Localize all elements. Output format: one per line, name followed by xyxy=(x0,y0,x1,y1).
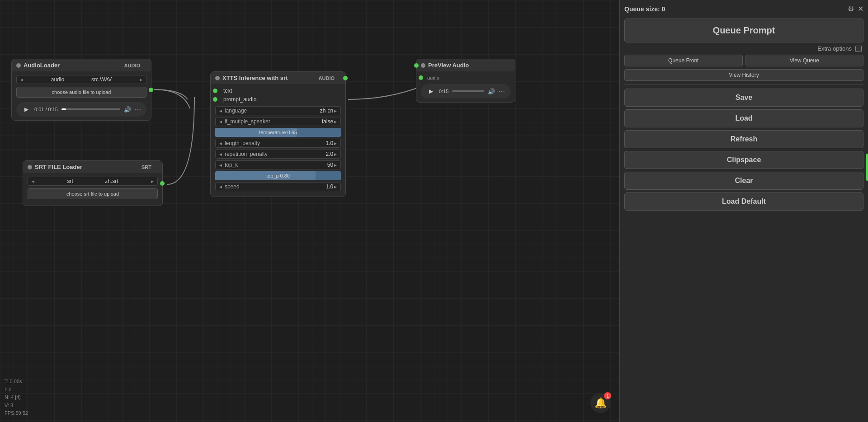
xtts-language-left-arrow[interactable]: ◄ xyxy=(218,108,223,113)
extra-options-checkbox[interactable] xyxy=(855,46,862,52)
xtts-language-control[interactable]: ◄ language zh-cn ► xyxy=(215,106,341,115)
preview-dot xyxy=(421,63,425,68)
preview-body: audio ▶ 0:15 🔊 ⋯ xyxy=(416,71,515,102)
srt-loader-title: SRT FILE Loader xyxy=(35,164,82,170)
preview-audio-player: ▶ 0:15 🔊 ⋯ xyxy=(421,84,510,98)
notification-badge[interactable]: 🔔 1 xyxy=(590,393,610,413)
view-history-btn[interactable]: View History xyxy=(624,69,863,81)
canvas[interactable]: AudioLoader AUDIO ◄ audio src.WAV ► choo… xyxy=(0,0,619,422)
view-queue-btn[interactable]: View Queue xyxy=(745,55,864,66)
preview-input-connector xyxy=(414,63,419,68)
srt-loader-node: SRT FILE Loader SRT ◄ srt zh.srt ► choos… xyxy=(23,160,163,206)
xtts-text-input-row: text xyxy=(215,88,341,94)
xtts-repetition-name: repetition_penalty xyxy=(223,151,326,157)
notification-count: 1 xyxy=(604,392,611,399)
preview-progress-bar[interactable] xyxy=(452,90,484,92)
srt-upload-btn[interactable]: choose srt file to upload xyxy=(28,188,158,199)
preview-volume-icon[interactable]: 🔊 xyxy=(488,88,495,95)
clipspace-btn[interactable]: Clipspace xyxy=(624,151,863,169)
audio-play-btn[interactable]: ▶ xyxy=(22,105,31,114)
xtts-prompt-input-row: prompt_audio xyxy=(215,96,341,103)
xtts-temperature-slider[interactable]: temperature 0.65 xyxy=(215,128,341,137)
preview-node: PreView Audio audio ▶ 0:15 🔊 ⋯ xyxy=(416,59,515,103)
srt-select-value: srt xyxy=(67,178,73,184)
audio-select-left-arrow[interactable]: ◄ xyxy=(19,77,24,82)
save-btn[interactable]: Save xyxy=(624,89,863,107)
audio-volume-icon[interactable]: 🔊 xyxy=(124,106,131,113)
audio-upload-btn[interactable]: choose audio file to upload xyxy=(16,87,146,98)
queue-size-value: 0 xyxy=(661,5,665,13)
queue-size-label: Queue size: 0 xyxy=(624,5,665,13)
audio-progress-bar[interactable] xyxy=(61,108,120,110)
extra-options-row: Extra options xyxy=(624,45,863,52)
status-i: I: 0 xyxy=(5,386,28,394)
xtts-topk-right-arrow[interactable]: ► xyxy=(333,163,338,168)
xtts-topk-control[interactable]: ◄ top_k 50 ► xyxy=(215,160,341,169)
extra-options-label: Extra options xyxy=(817,45,852,52)
xtts-topk-name: top_k xyxy=(223,162,327,168)
srt-select-left-arrow[interactable]: ◄ xyxy=(31,179,35,184)
xtts-topk-left-arrow[interactable]: ◄ xyxy=(218,163,223,168)
xtts-speaker-control[interactable]: ◄ if_mutiple_speaker false ► xyxy=(215,117,341,126)
xtts-speaker-value: false xyxy=(322,118,333,125)
sidebar-header: Queue size: 0 ⚙ ✕ xyxy=(624,5,863,13)
small-btns-row: Queue Front View Queue xyxy=(624,55,863,66)
xtts-speaker-right-arrow[interactable]: ► xyxy=(333,119,338,124)
xtts-topp-label: top_p 0.80 xyxy=(218,173,338,178)
preview-title: PreView Audio xyxy=(428,62,469,69)
xtts-body: text prompt_audio ◄ language zh-cn ► ◄ i… xyxy=(211,84,345,197)
status-t: T: 0.00s xyxy=(5,378,28,386)
xtts-length-right-arrow[interactable]: ► xyxy=(333,141,338,146)
clear-btn[interactable]: Clear xyxy=(624,172,863,190)
xtts-topk-value: 50 xyxy=(327,162,333,168)
load-default-btn[interactable]: Load Default xyxy=(624,192,863,211)
audio-player: ▶ 0:01 / 0:15 🔊 ⋯ xyxy=(16,102,146,117)
srt-loader-body: ◄ srt zh.srt ► choose srt file to upload xyxy=(23,173,162,206)
xtts-repetition-value: 2.0 xyxy=(326,151,333,157)
status-v: V: 8 xyxy=(5,402,28,410)
xtts-speaker-left-arrow[interactable]: ◄ xyxy=(218,119,223,124)
audio-select-control[interactable]: ◄ audio src.WAV ► xyxy=(16,75,146,84)
audio-loader-title: AudioLoader xyxy=(24,62,60,69)
audio-dots-menu[interactable]: ⋯ xyxy=(135,106,141,113)
green-progress-bar xyxy=(866,154,868,181)
xtts-repetition-left-arrow[interactable]: ◄ xyxy=(218,152,223,157)
audio-loader-body: ◄ audio src.WAV ► choose audio file to u… xyxy=(12,71,151,120)
audio-loader-header: AudioLoader AUDIO xyxy=(12,59,151,71)
status-n: N: 4 [4] xyxy=(5,394,28,402)
load-btn[interactable]: Load xyxy=(624,109,863,127)
srt-select-control[interactable]: ◄ srt zh.srt ► xyxy=(28,177,158,186)
preview-audio-input-dot xyxy=(419,75,423,80)
queue-prompt-btn[interactable]: Queue Prompt xyxy=(624,19,863,42)
xtts-speed-control[interactable]: ◄ speed 1.0 ► xyxy=(215,182,341,191)
preview-dots-menu[interactable]: ⋯ xyxy=(499,88,505,95)
srt-select-file: zh.srt xyxy=(105,178,118,184)
xtts-topp-slider[interactable]: top_p 0.80 xyxy=(215,171,341,180)
xtts-repetition-right-arrow[interactable]: ► xyxy=(333,152,338,157)
xtts-speed-name: speed xyxy=(223,183,326,190)
xtts-length-value: 1.0 xyxy=(326,140,333,146)
sidebar: Queue size: 0 ⚙ ✕ Queue Prompt Extra opt… xyxy=(619,0,868,422)
xtts-language-right-arrow[interactable]: ► xyxy=(333,108,338,113)
srt-select-right-arrow[interactable]: ► xyxy=(150,179,155,184)
srt-loader-header: SRT FILE Loader SRT xyxy=(23,161,162,173)
audio-select-value: audio xyxy=(51,76,64,83)
sidebar-icons: ⚙ ✕ xyxy=(848,5,863,13)
xtts-output-label: AUDIO xyxy=(290,75,335,81)
queue-front-btn[interactable]: Queue Front xyxy=(624,55,743,66)
status-bar: T: 0.00s I: 0 N: 4 [4] V: 8 FPS:59.52 xyxy=(5,378,28,417)
preview-time: 0:15 xyxy=(439,89,448,94)
xtts-speed-left-arrow[interactable]: ◄ xyxy=(218,184,223,189)
xtts-text-input-dot xyxy=(213,89,217,93)
srt-loader-output-connector xyxy=(160,181,165,186)
preview-play-btn[interactable]: ▶ xyxy=(426,87,435,96)
xtts-repetition-control[interactable]: ◄ repetition_penalty 2.0 ► xyxy=(215,150,341,159)
close-icon-btn[interactable]: ✕ xyxy=(858,5,863,13)
srt-output-label: SRT xyxy=(85,164,151,170)
settings-icon-btn[interactable]: ⚙ xyxy=(848,5,854,13)
xtts-speed-right-arrow[interactable]: ► xyxy=(333,184,338,189)
xtts-length-control[interactable]: ◄ length_penalty 1.0 ► xyxy=(215,139,341,148)
audio-select-right-arrow[interactable]: ► xyxy=(139,77,143,82)
refresh-btn[interactable]: Refresh xyxy=(624,130,863,148)
xtts-length-left-arrow[interactable]: ◄ xyxy=(218,141,223,146)
